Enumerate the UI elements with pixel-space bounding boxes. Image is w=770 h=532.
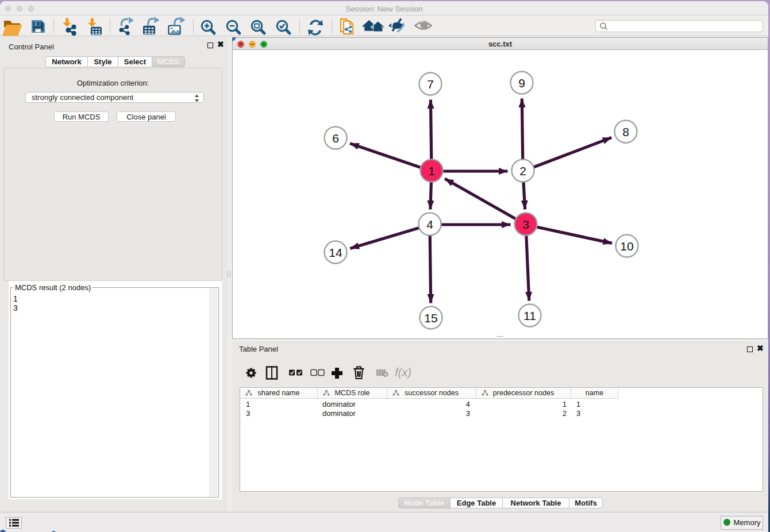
svg-text:1: 1: [428, 164, 435, 178]
svg-text:7: 7: [427, 78, 434, 91]
svg-text:f(x): f(x): [395, 366, 411, 379]
svg-text:10: 10: [620, 240, 633, 253]
svg-text:15: 15: [424, 311, 437, 325]
svg-text:9: 9: [518, 76, 525, 90]
svg-text:4: 4: [426, 218, 433, 231]
svg-text:11: 11: [523, 309, 536, 322]
svg-text:2: 2: [519, 164, 526, 178]
svg-text:3: 3: [522, 218, 529, 231]
svg-text:8: 8: [622, 125, 629, 138]
svg-text:14: 14: [329, 246, 342, 259]
svg-text:6: 6: [332, 132, 339, 145]
